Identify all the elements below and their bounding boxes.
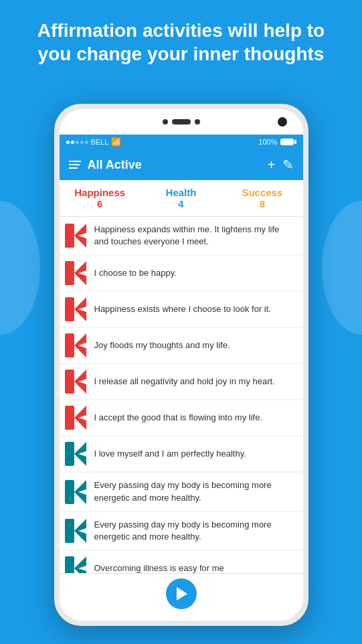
phone-frame: BELL 📶 100% All Active + xyxy=(54,104,308,626)
signal-dot-1 xyxy=(66,141,70,144)
bg-decoration-right xyxy=(322,201,362,335)
k-shape-icon xyxy=(65,370,86,394)
tab-happiness-count: 6 xyxy=(62,198,138,210)
app-bar: All Active + ✎ xyxy=(60,149,303,180)
play-bar xyxy=(60,573,303,613)
k-shape-icon xyxy=(65,406,86,430)
affirmation-item: Every passing day my body is becoming mo… xyxy=(60,473,303,510)
menu-line-3 xyxy=(69,167,78,169)
affirmation-indicator xyxy=(60,400,92,435)
affirmation-item: Happiness expands within me. It lightens… xyxy=(60,217,303,254)
affirmation-item: I release all negativity and hold joy in… xyxy=(60,364,303,399)
affirmation-item: I accept the good that is flowing into m… xyxy=(60,400,303,435)
affirmation-text: Happiness expands within me. It lightens… xyxy=(92,217,303,254)
bg-decoration-left xyxy=(0,201,40,335)
dot1 xyxy=(163,119,168,125)
signal-dots xyxy=(66,141,88,144)
affirmation-indicator xyxy=(60,328,92,363)
menu-line-2 xyxy=(69,164,80,165)
tab-success[interactable]: Success 8 xyxy=(221,180,302,216)
k-shape-icon xyxy=(65,442,86,466)
play-button[interactable] xyxy=(166,578,197,609)
battery-icon xyxy=(280,139,296,145)
svg-rect-8 xyxy=(65,370,74,394)
phone-screen: BELL 📶 100% All Active + xyxy=(60,109,303,621)
svg-rect-18 xyxy=(65,556,74,573)
affirmation-indicator xyxy=(60,512,92,550)
affirmation-item: Joy floods my thoughts and my life. xyxy=(60,328,303,363)
affirmation-indicator xyxy=(60,364,92,399)
svg-rect-14 xyxy=(65,480,74,504)
svg-marker-3 xyxy=(74,261,86,285)
k-shape-icon xyxy=(65,297,86,321)
status-bar: BELL 📶 100% xyxy=(60,135,303,149)
k-shape-icon xyxy=(65,480,86,504)
speaker-dot xyxy=(172,119,191,125)
svg-rect-12 xyxy=(65,442,74,466)
tab-happiness[interactable]: Happiness 6 xyxy=(60,180,141,216)
tab-health-count: 4 xyxy=(143,198,219,210)
affirmation-text: Joy floods my thoughts and my life. xyxy=(92,328,303,363)
tab-success-count: 8 xyxy=(224,198,300,210)
svg-rect-6 xyxy=(65,333,74,357)
header-title: Affirmation activities will help to you … xyxy=(0,0,362,79)
battery-body xyxy=(280,139,294,145)
affirmation-item: Happiness exists where I choose to look … xyxy=(60,292,303,327)
affirmation-indicator xyxy=(60,292,92,327)
affirmation-item: Overcoming illness is easy for me xyxy=(60,551,303,573)
k-shape-icon xyxy=(65,224,86,248)
status-left: BELL 📶 xyxy=(66,137,122,147)
signal-dot-4 xyxy=(80,141,84,144)
signal-dot-2 xyxy=(71,141,74,144)
svg-marker-7 xyxy=(74,333,86,357)
affirmation-item: I love myself and I am perfectly healthy… xyxy=(60,436,303,471)
signal-dot-5 xyxy=(85,141,88,144)
battery-tip xyxy=(294,140,296,144)
tabs-container: Happiness 6 Health 4 Success 8 xyxy=(60,180,303,217)
affirmation-text: Happiness exists where I choose to look … xyxy=(92,292,303,327)
affirmation-indicator xyxy=(60,217,92,254)
svg-rect-0 xyxy=(65,224,74,248)
wifi-icon: 📶 xyxy=(111,137,121,147)
k-shape-icon xyxy=(65,556,86,573)
signal-dot-3 xyxy=(76,141,79,144)
affirmation-list: Happiness expands within me. It lightens… xyxy=(60,217,303,573)
affirmation-indicator xyxy=(60,256,92,291)
battery-percent: 100% xyxy=(258,138,277,146)
affirmation-text: Every passing day my body is becoming mo… xyxy=(92,473,303,510)
svg-marker-15 xyxy=(74,480,86,504)
svg-rect-2 xyxy=(65,261,74,285)
svg-marker-17 xyxy=(74,519,86,543)
svg-rect-10 xyxy=(65,406,74,430)
add-icon[interactable]: + xyxy=(268,157,276,173)
app-bar-title: All Active xyxy=(88,158,261,172)
dot2 xyxy=(195,119,200,125)
speaker-area xyxy=(163,119,200,125)
affirmation-text: Every passing day my body is becoming mo… xyxy=(92,512,303,550)
affirmation-text: Overcoming illness is easy for me xyxy=(92,551,303,573)
affirmation-text: I choose to be happy. xyxy=(92,256,303,291)
svg-marker-11 xyxy=(74,406,86,430)
svg-marker-13 xyxy=(74,442,86,466)
play-triangle-icon xyxy=(177,587,187,600)
affirmation-indicator xyxy=(60,551,92,573)
tab-health[interactable]: Health 4 xyxy=(141,180,221,216)
status-right: 100% xyxy=(258,138,296,146)
svg-marker-1 xyxy=(74,224,86,248)
tab-happiness-name: Happiness xyxy=(62,187,138,198)
phone-top-bar xyxy=(60,109,303,135)
k-shape-icon xyxy=(65,519,86,543)
edit-icon[interactable]: ✎ xyxy=(282,157,294,173)
svg-rect-4 xyxy=(65,297,74,321)
svg-marker-5 xyxy=(74,297,86,321)
svg-marker-9 xyxy=(74,370,86,394)
affirmation-text: I accept the good that is flowing into m… xyxy=(92,400,303,435)
menu-line-1 xyxy=(69,161,81,162)
menu-icon[interactable] xyxy=(69,161,81,169)
affirmation-text: I love myself and I am perfectly healthy… xyxy=(92,436,303,471)
affirmation-indicator xyxy=(60,436,92,471)
k-shape-icon xyxy=(65,333,86,357)
k-shape-icon xyxy=(65,261,86,285)
svg-rect-16 xyxy=(65,519,74,543)
tab-success-name: Success xyxy=(224,187,300,198)
